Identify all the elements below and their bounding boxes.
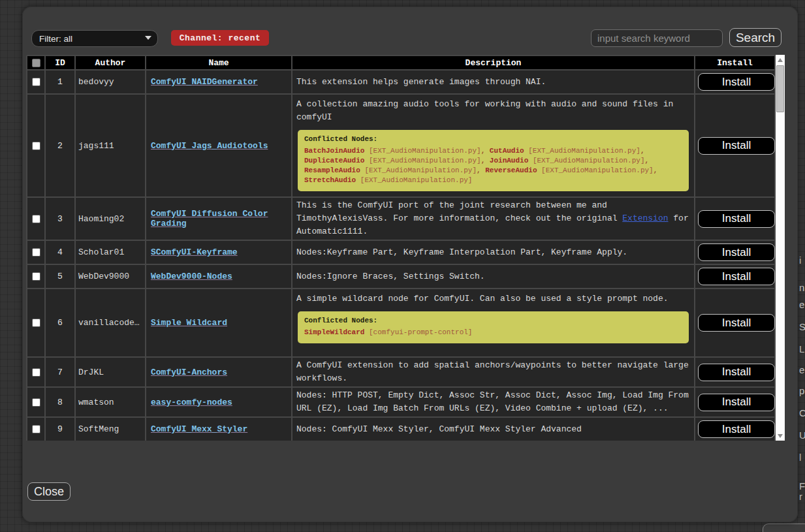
extension-table: ID Author Name Description Install 1bedo… (26, 55, 776, 441)
row-author: Haoming02 (76, 198, 145, 240)
install-button[interactable]: Install (698, 420, 775, 438)
row-name-cell: WebDev9000-Nodes (146, 265, 291, 288)
background-partial-glyph: C (799, 407, 805, 418)
row-install-cell: Install (695, 241, 774, 264)
extension-name-link[interactable]: WebDev9000-Nodes (151, 272, 232, 281)
row-author: DrJKL (76, 358, 145, 386)
row-author: vanillacode… (76, 289, 145, 356)
row-checkbox[interactable] (32, 398, 40, 407)
extension-name-link[interactable]: ComfyUI_Mexx_Styler (151, 424, 247, 434)
search-button[interactable]: Search (729, 28, 781, 47)
row-install-cell: Install (695, 289, 774, 356)
row-checkbox[interactable] (32, 142, 40, 150)
install-button[interactable]: Install (698, 137, 775, 155)
conflict-node-source: [EXT_AudioManipulation.py] (360, 166, 477, 174)
row-name-cell: easy-comfy-nodes (146, 388, 291, 416)
channel-badge: Channel: recent (171, 30, 269, 46)
extension-name-link[interactable]: ComfyUI Diffusion Color Grading (151, 209, 268, 228)
table-row: 9SoftMengComfyUI_Mexx_StylerNodes: Comfy… (27, 418, 774, 441)
row-author: jags111 (76, 95, 145, 196)
row-checkbox-cell (27, 358, 44, 386)
row-description: Nodes: ComfyUI Mexx Styler, ComfyUI Mexx… (292, 418, 694, 441)
header-install: Install (695, 56, 774, 69)
scrollbar-thumb[interactable] (776, 65, 784, 112)
conflict-node-source: [EXT_AudioManipulation.py] (364, 157, 481, 164)
install-button[interactable]: Install (698, 314, 775, 332)
background-partial-glyph: e (799, 364, 804, 375)
row-checkbox[interactable] (32, 425, 40, 433)
install-button[interactable]: Install (698, 394, 775, 411)
row-checkbox[interactable] (32, 272, 40, 281)
filter-select[interactable]: Filter: all (31, 30, 158, 47)
row-name-cell: ComfyUI-Anchors (146, 358, 291, 386)
header-author: Author (76, 56, 145, 69)
header-name: Name (146, 56, 291, 69)
extension-name-link[interactable]: ComfyUI_Jags_Audiotools (151, 141, 268, 151)
background-partial-glyph: F (799, 480, 805, 492)
install-button[interactable]: Install (698, 243, 775, 261)
conflict-node-name: ResampleAudio (304, 166, 360, 174)
row-checkbox-cell (27, 289, 44, 356)
background-partial-glyph: p (799, 385, 804, 396)
row-description: A ComfyUI extension to add spatial ancho… (292, 358, 694, 386)
row-checkbox-cell (27, 265, 44, 288)
row-checkbox-cell (27, 418, 44, 441)
extension-name-link[interactable]: easy-comfy-nodes (151, 398, 232, 407)
row-checkbox[interactable] (32, 248, 40, 257)
conflicted-nodes-warning: Conflicted Nodes:BatchJoinAudio [EXT_Aud… (298, 130, 689, 191)
install-button[interactable]: Install (698, 364, 775, 381)
row-name-cell: SComfyUI-Keyframe (146, 241, 291, 264)
row-checkbox-cell (27, 198, 44, 240)
table-row: 5WebDev9000WebDev9000-NodesNodes:Ignore … (27, 265, 774, 288)
install-button[interactable]: Install (698, 73, 775, 91)
description-link[interactable]: Extension (622, 213, 668, 223)
conflict-title: Conflicted Nodes: (304, 316, 682, 326)
extension-name-link[interactable]: Simple Wildcard (151, 318, 227, 328)
row-checkbox-cell (27, 388, 44, 416)
install-button[interactable]: Install (698, 210, 775, 228)
select-all-checkbox[interactable] (32, 59, 40, 67)
table-row: 3Haoming02ComfyUI Diffusion Color Gradin… (27, 198, 774, 240)
row-name-cell: ComfyUI_NAIDGenerator (146, 70, 291, 93)
row-name-cell: Simple Wildcard (146, 289, 291, 356)
row-checkbox[interactable] (32, 78, 40, 86)
conflict-node-source: [comfyui-prompt-control] (364, 328, 472, 336)
row-install-cell: Install (695, 95, 774, 196)
extension-name-link[interactable]: ComfyUI-Anchors (151, 368, 227, 377)
row-install-cell: Install (695, 70, 774, 93)
row-author: bedovyy (76, 70, 145, 93)
row-name-cell: ComfyUI_Jags_Audiotools (146, 95, 291, 196)
row-checkbox[interactable] (32, 368, 40, 377)
extension-table-area: ID Author Name Description Install 1bedo… (26, 55, 785, 441)
conflict-title: Conflicted Nodes: (304, 134, 682, 144)
row-checkbox[interactable] (32, 215, 40, 223)
table-scrollbar[interactable] (776, 55, 785, 441)
background-menu-strip: ineSLepCUlFr (798, 0, 805, 532)
background-partial-glyph: U (799, 430, 805, 441)
install-button[interactable]: Install (698, 268, 775, 285)
row-name-cell: ComfyUI Diffusion Color Grading (146, 198, 291, 240)
row-checkbox[interactable] (32, 319, 40, 327)
search-input[interactable] (591, 29, 723, 47)
conflict-node-name: SimpleWildcard (304, 328, 364, 336)
scrollbar-up-arrow-icon[interactable] (776, 55, 785, 65)
scrollbar-down-arrow-icon[interactable] (776, 431, 785, 441)
header-description: Description (292, 56, 694, 69)
extension-name-link[interactable]: SComfyUI-Keyframe (151, 247, 238, 257)
row-install-cell: Install (695, 388, 774, 416)
extension-name-link[interactable]: ComfyUI_NAIDGenerator (151, 77, 258, 87)
row-id: 6 (46, 289, 74, 356)
row-author: WebDev9000 (76, 265, 145, 288)
background-partial-glyph: r (799, 491, 802, 502)
row-id: 2 (46, 95, 74, 196)
table-header-row: ID Author Name Description Install (27, 56, 774, 69)
row-author: Scholar01 (76, 241, 145, 264)
background-corner-widget (763, 524, 805, 532)
row-id: 5 (46, 265, 74, 288)
header-id: ID (46, 56, 74, 69)
table-row: 4Scholar01SComfyUI-KeyframeNodes:Keyfram… (27, 241, 774, 264)
close-button[interactable]: Close (27, 482, 71, 501)
row-description: A simple wildcard node for ComfyUI. Can … (292, 289, 694, 356)
conflict-node-source: [EXT_AudioManipulation.py] (528, 157, 644, 164)
row-checkbox-cell (27, 241, 44, 264)
